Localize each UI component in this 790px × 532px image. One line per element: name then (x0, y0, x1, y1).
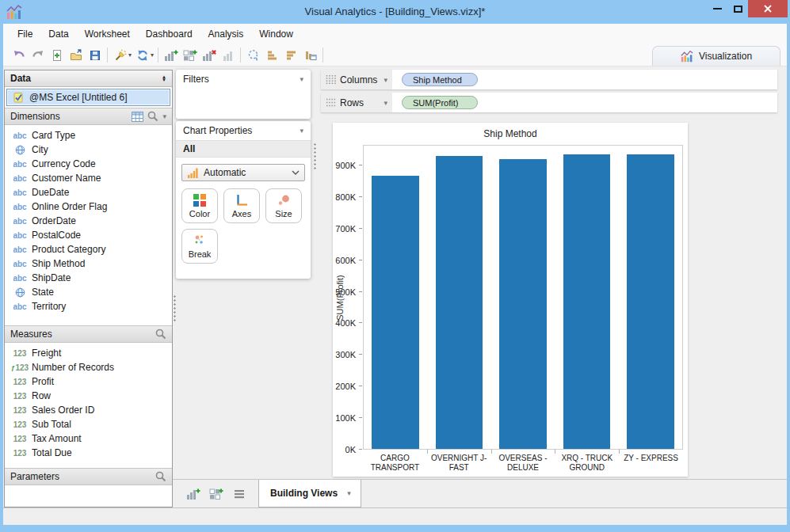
measure-sales-order-id[interactable]: 123Sales Order ID (5, 403, 172, 417)
tab-building-views[interactable]: Building Views ▾ (258, 480, 361, 507)
measure-row[interactable]: 123Row (5, 389, 172, 403)
add-worksheet-icon[interactable] (162, 47, 179, 63)
search-icon[interactable] (147, 111, 158, 122)
add-dashboard-icon[interactable] (181, 47, 198, 63)
sort-spinner-icon[interactable]: ▲▼ (162, 75, 166, 82)
bar-cargo-transport[interactable] (372, 176, 418, 449)
refresh-icon[interactable] (134, 47, 151, 63)
bar-zy-express[interactable] (627, 154, 674, 449)
dimension-duedate[interactable]: abcDueDate (5, 185, 172, 200)
bar-overseas-deluxe[interactable] (499, 159, 546, 449)
view-data-table-icon[interactable] (132, 112, 143, 122)
measure-freight[interactable]: 123Freight (5, 346, 172, 360)
dimension-postalcode[interactable]: abcPostalCode (5, 228, 172, 242)
break-button[interactable]: Break (181, 229, 218, 264)
dimension-product-category[interactable]: abcProduct Category (5, 242, 172, 256)
measure-total-due[interactable]: 123Total Due (5, 446, 172, 460)
pill-ship-method[interactable]: Ship Method (402, 73, 478, 86)
rows-shelf: Rows ▾ SUM(Profit) (321, 93, 777, 112)
new-file-icon[interactable] (48, 47, 65, 63)
dimension-online-order-flag[interactable]: abcOnline Order Flag (5, 200, 172, 214)
add-worksheet-icon[interactable] (185, 486, 201, 502)
dimension-orderdate[interactable]: abcOrderDate (5, 214, 172, 228)
delete-worksheet-icon[interactable] (200, 47, 217, 63)
data-wand-icon[interactable] (112, 47, 128, 63)
menu-item-data[interactable]: Data (40, 24, 76, 44)
bar-overnight-j-fast[interactable] (436, 156, 483, 449)
chevron-down-icon[interactable]: ▾ (162, 112, 166, 120)
sheet-list-icon[interactable] (231, 486, 247, 502)
rows-shelf-label[interactable]: Rows ▾ (321, 93, 392, 112)
menu-item-file[interactable]: File (10, 24, 40, 44)
workspace: Data ▲▼ @MS Excel [Untitled 6] Dimension… (3, 66, 787, 525)
dimension-customer-name[interactable]: abcCustomer Name (5, 171, 172, 185)
dimension-card-type[interactable]: abcCard Type (5, 128, 172, 142)
add-dashboard-icon[interactable] (208, 486, 224, 502)
chart-window-icon[interactable] (302, 47, 319, 63)
columns-shelf-label[interactable]: Columns ▾ (321, 70, 392, 89)
chart-type-dropdown[interactable]: Automatic (181, 164, 305, 181)
y-tick-mark (359, 386, 362, 386)
title-bar: Visual Analytics - [Building_Views.vizx]… (0, 0, 790, 24)
data-wand-dropdown-icon[interactable]: ▾ (128, 51, 132, 59)
field-label: Customer Name (32, 173, 101, 184)
sort-descending-icon[interactable] (283, 47, 300, 63)
window-frame: FileDataWorksheetDashboardAnalysisWindow… (3, 24, 787, 525)
search-icon[interactable] (155, 471, 166, 482)
data-source-item[interactable]: @MS Excel [Untitled 6] (6, 89, 170, 106)
sheet-tab-label: Building Views (270, 488, 338, 499)
dimension-city[interactable]: City (5, 142, 172, 157)
redo-icon[interactable] (29, 47, 46, 63)
columns-label: Columns (340, 74, 377, 86)
y-tick-label: 400K (335, 318, 356, 328)
x-tick-label-zy-express: ZY - EXPRESS (619, 452, 683, 476)
y-tick-mark (359, 260, 362, 260)
lasso-select-icon[interactable] (245, 47, 261, 63)
dimension-ship-method[interactable]: abcShip Method (5, 256, 172, 271)
shelf-splitter[interactable] (313, 142, 317, 169)
collapse-icon[interactable]: ▾ (300, 75, 303, 83)
dimension-currency-code[interactable]: abcCurrency Code (5, 157, 172, 171)
menu-item-window[interactable]: Window (251, 24, 301, 44)
measure-tax-amount[interactable]: 123Tax Amount (5, 431, 172, 446)
y-axis: 0K100K200K300K400K500K600K700K800K900K (333, 145, 363, 450)
toolbar-separator (322, 48, 323, 63)
close-icon[interactable] (748, 0, 788, 17)
pill-sum-profit[interactable]: SUM(Profit) (402, 96, 478, 109)
collapse-icon[interactable]: ▾ (300, 127, 303, 135)
dimension-state[interactable]: State (5, 285, 172, 299)
filters-title: Filters (183, 74, 209, 85)
bar-xrq-truck-ground[interactable] (563, 154, 610, 449)
sort-ascending-icon[interactable] (264, 47, 281, 63)
y-tick-mark (359, 449, 362, 450)
y-tick-mark (359, 291, 362, 292)
measure-sub-total[interactable]: 123Sub Total (5, 417, 172, 431)
menu-item-dashboard[interactable]: Dashboard (138, 24, 200, 44)
tab-visualization[interactable]: Visualization (652, 46, 780, 66)
maximize-icon[interactable] (727, 0, 748, 17)
size-button[interactable]: Size (265, 188, 302, 223)
save-icon[interactable] (86, 47, 103, 63)
measure-number-of-records[interactable]: ƒ123Number of Records (5, 360, 172, 374)
open-file-icon[interactable] (67, 47, 84, 63)
field-label: City (32, 144, 48, 155)
panel-splitter[interactable] (173, 294, 177, 321)
chevron-down-icon[interactable]: ▾ (384, 76, 387, 84)
search-icon[interactable] (155, 329, 166, 340)
worksheet-gray-icon[interactable] (219, 47, 236, 63)
axes-button[interactable]: Axes (223, 188, 260, 223)
geo-type-icon (11, 287, 29, 298)
chevron-down-icon[interactable]: ▾ (384, 99, 387, 107)
sheet-tab-dropdown-icon[interactable]: ▾ (347, 489, 351, 497)
undo-icon[interactable] (10, 47, 27, 63)
minimize-icon[interactable] (707, 0, 727, 17)
field-label: Row (32, 390, 51, 401)
menu-item-worksheet[interactable]: Worksheet (77, 24, 138, 44)
y-tick-label: 900K (335, 161, 356, 170)
refresh-dropdown-icon[interactable]: ▾ (151, 51, 154, 59)
color-button[interactable]: Color (181, 188, 218, 223)
measure-profit[interactable]: 123Profit (5, 374, 172, 389)
dimension-shipdate[interactable]: abcShipDate (5, 271, 172, 285)
dimension-territory[interactable]: abcTerritory (5, 299, 172, 314)
menu-item-analysis[interactable]: Analysis (200, 24, 252, 44)
